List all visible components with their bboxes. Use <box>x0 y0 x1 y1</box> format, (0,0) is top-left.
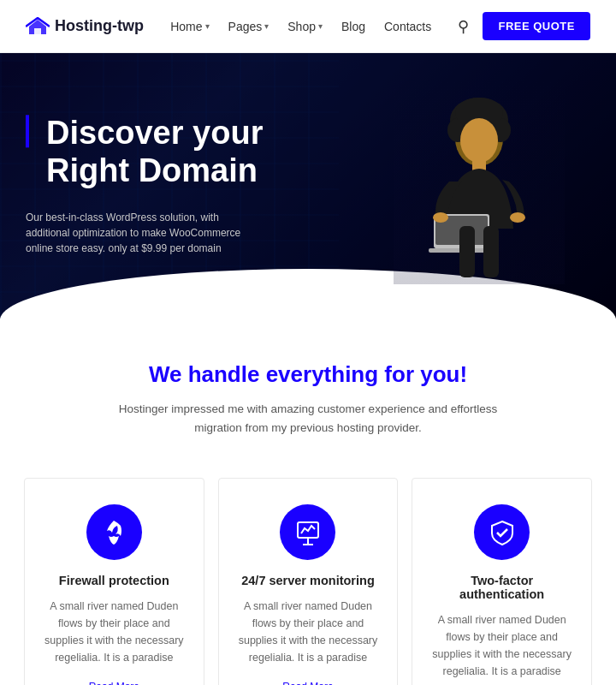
search-icon[interactable]: ⚲ <box>458 17 469 36</box>
firewall-icon <box>100 519 127 546</box>
section-heading: We handle everything for you! <box>26 361 590 388</box>
hero-subtitle: Our best-in-class WordPress solution, wi… <box>26 211 265 257</box>
section-description: Hostinger impressed me with amazing cust… <box>94 400 522 437</box>
chevron-down-icon: ▾ <box>264 21 269 31</box>
monitor-icon <box>294 519 322 546</box>
hero-title: Discover yourRight Domain <box>46 115 263 189</box>
twofactor-icon-wrap <box>474 504 530 560</box>
hero-section: Discover yourRight Domain Our best-in-cl… <box>0 53 616 319</box>
card-firewall: Firewall protection A small river named … <box>24 478 204 685</box>
logo-icon <box>26 17 50 36</box>
firewall-icon-wrap <box>86 504 142 560</box>
logo-text: Hosting-twp <box>55 17 144 35</box>
cards-row-1: Firewall protection A small river named … <box>0 445 616 685</box>
section-handle: We handle everything for you! Hostinger … <box>0 319 616 445</box>
navbar: Hosting-twp Home ▾ Pages ▾ Shop ▾ Blog C… <box>0 0 616 53</box>
chevron-down-icon: ▾ <box>205 21 210 31</box>
svg-point-11 <box>433 212 448 223</box>
nav-pages[interactable]: Pages ▾ <box>228 20 270 33</box>
hero-accent-bar <box>26 115 29 147</box>
hero-person-image <box>394 79 565 284</box>
logo[interactable]: Hosting-twp <box>26 17 144 36</box>
card-monitoring-title: 24/7 server monitoring <box>236 574 381 587</box>
card-firewall-description: A small river named Duden flows by their… <box>42 598 187 666</box>
free-quote-button[interactable]: FREE QUOTE <box>483 12 590 40</box>
svg-rect-13 <box>459 226 475 277</box>
card-firewall-readmore[interactable]: Read More <box>89 681 139 685</box>
card-monitoring: 24/7 server monitoring A small river nam… <box>218 478 399 685</box>
svg-rect-14 <box>483 226 499 277</box>
svg-rect-0 <box>34 28 41 34</box>
chevron-down-icon: ▾ <box>318 21 323 31</box>
hero-content: Discover yourRight Domain Our best-in-cl… <box>26 115 265 256</box>
nav-shop[interactable]: Shop ▾ <box>287 20 323 33</box>
card-monitoring-readmore[interactable]: Read More <box>282 681 333 685</box>
monitoring-icon-wrap <box>280 504 335 560</box>
card-twofactor-description: A small river named Duden flows by their… <box>429 611 574 680</box>
card-twofactor: Two-factor authentication A small river … <box>412 478 592 685</box>
svg-point-12 <box>510 212 525 223</box>
svg-point-6 <box>460 118 498 163</box>
card-monitoring-description: A small river named Duden flows by their… <box>236 598 381 666</box>
nav-links: Home ▾ Pages ▾ Shop ▾ Blog Contacts <box>170 20 431 33</box>
card-twofactor-title: Two-factor authentication <box>429 574 574 601</box>
shield-check-icon <box>489 519 516 546</box>
nav-home[interactable]: Home ▾ <box>170 20 209 33</box>
card-firewall-title: Firewall protection <box>42 574 187 587</box>
nav-contacts[interactable]: Contacts <box>384 20 431 33</box>
nav-blog[interactable]: Blog <box>341 20 365 33</box>
nav-right: ⚲ FREE QUOTE <box>458 12 590 40</box>
